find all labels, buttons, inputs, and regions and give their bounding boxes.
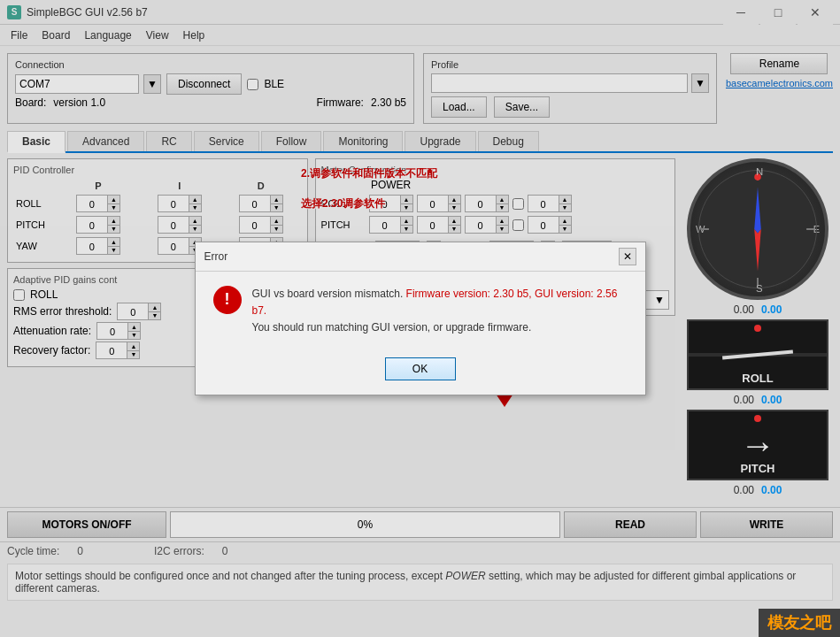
- dialog-title-bar: Error ✕: [196, 242, 645, 272]
- dialog-body: ! GUI vs board version mismatch. Firmwar…: [196, 272, 645, 351]
- dialog-close-button[interactable]: ✕: [619, 248, 636, 265]
- dialog-title: Error: [204, 250, 228, 263]
- error-dialog: Error ✕ ! GUI vs board version mismatch.…: [195, 242, 646, 396]
- dialog-ok-button[interactable]: OK: [385, 357, 456, 380]
- dialog-message: GUI vs board version mismatch. Firmware …: [252, 286, 628, 337]
- error-icon: !: [213, 286, 242, 314]
- dialog-message-text: GUI vs board version mismatch. Firmware …: [252, 288, 618, 334]
- dialog-footer: OK: [196, 350, 645, 395]
- error-dialog-overlay: Error ✕ ! GUI vs board version mismatch.…: [0, 0, 840, 637]
- watermark: 模友之吧: [759, 609, 840, 637]
- dialog-highlight: Firmware version: 2.30 b5, GUI version: …: [252, 288, 618, 317]
